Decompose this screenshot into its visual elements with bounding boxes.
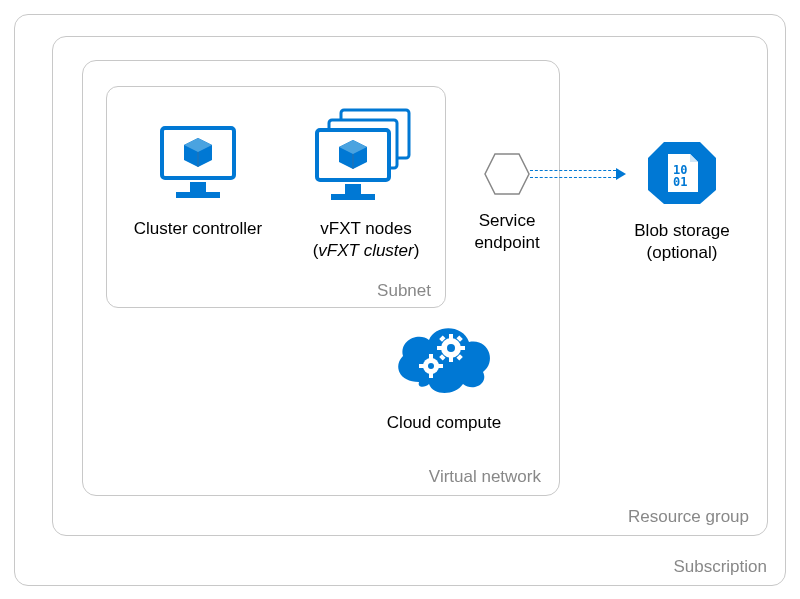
blob-storage: 10 01 Blob storage (optional): [612, 140, 752, 264]
svg-rect-7: [345, 184, 361, 194]
virtual-network-label: Virtual network: [429, 467, 541, 487]
svg-rect-29: [438, 364, 443, 368]
svg-rect-18: [437, 346, 443, 350]
cloud-gears-icon: [389, 318, 499, 398]
monitors-cube-icon: [311, 108, 421, 204]
svg-rect-1: [190, 182, 206, 192]
svg-point-15: [447, 344, 455, 352]
subnet-label: Subnet: [377, 281, 431, 301]
arrow-endpoint-to-blob: [530, 170, 616, 178]
svg-rect-16: [449, 334, 453, 340]
svg-text:01: 01: [673, 175, 687, 189]
service-endpoint: Service endpoint: [452, 152, 562, 254]
svg-rect-8: [331, 194, 375, 200]
svg-rect-28: [419, 364, 424, 368]
svg-rect-2: [176, 192, 220, 198]
cloud-compute: Cloud compute: [364, 318, 524, 434]
svg-rect-19: [459, 346, 465, 350]
svg-rect-27: [429, 373, 433, 378]
svg-rect-17: [449, 356, 453, 362]
vfxt-nodes-label: vFXT nodes (vFXT cluster): [286, 218, 446, 262]
cluster-controller-label: Cluster controller: [118, 218, 278, 240]
resource-group-label: Resource group: [628, 507, 749, 527]
cluster-controller: Cluster controller: [118, 122, 278, 240]
monitor-cube-icon: [156, 122, 240, 204]
svg-rect-26: [429, 354, 433, 359]
vfxt-nodes: vFXT nodes (vFXT cluster): [286, 108, 446, 262]
service-endpoint-label: Service endpoint: [452, 210, 562, 254]
svg-point-25: [428, 363, 434, 369]
blob-storage-label: Blob storage (optional): [612, 220, 752, 264]
blob-storage-icon: 10 01: [646, 140, 718, 206]
svg-marker-10: [485, 154, 529, 194]
hexagon-icon: [483, 152, 531, 196]
subscription-label: Subscription: [673, 557, 767, 577]
cloud-compute-label: Cloud compute: [364, 412, 524, 434]
